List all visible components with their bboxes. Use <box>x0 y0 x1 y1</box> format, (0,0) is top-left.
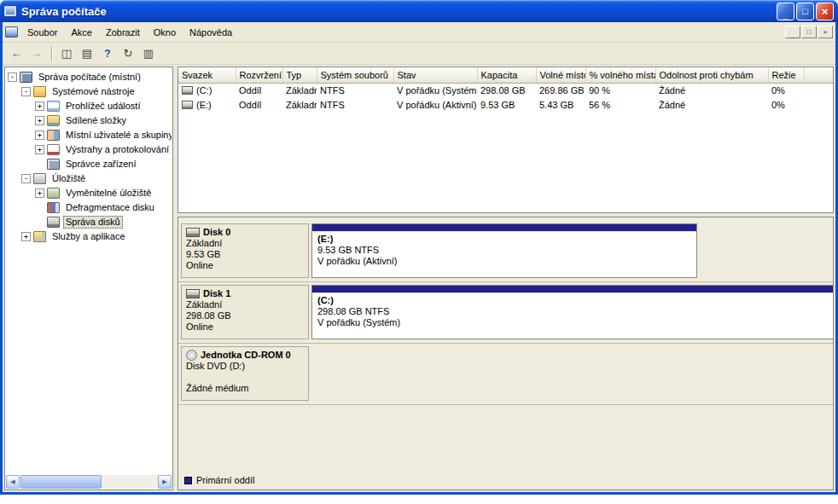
menu-bar: Soubor Akce Zobrazit Okno Nápověda _ □ × <box>3 22 835 43</box>
tree-expander-icon[interactable]: + <box>35 145 44 154</box>
tree-expander-icon[interactable]: + <box>35 188 44 198</box>
volume-type: Základní <box>282 97 317 112</box>
export-list-button[interactable]: ▥ <box>138 44 159 63</box>
help-button[interactable]: ? <box>97 44 118 63</box>
mdi-close-button[interactable]: × <box>818 26 833 38</box>
column-header[interactable]: Kapacita <box>477 67 536 83</box>
tree-item[interactable]: Správa disků <box>6 215 172 229</box>
tree-item-icon <box>47 217 60 228</box>
tree-item-label: Prohlížeč událostí <box>63 100 143 113</box>
column-header[interactable]: Stav <box>393 67 477 83</box>
disk-kind: Disk DVD (D:) <box>186 361 304 372</box>
disk-kind: Základní <box>186 299 304 310</box>
column-header[interactable]: Rozvržení <box>236 67 282 83</box>
legend-label: Primární oddíl <box>196 475 254 485</box>
disk-row: Jednotka CD-ROM 0 Disk DVD (D:) Žádné mé… <box>178 344 833 405</box>
volume-overhead: 0% <box>768 97 804 112</box>
scrollbar-thumb[interactable] <box>20 475 102 489</box>
column-header[interactable]: % volného místa <box>585 67 655 83</box>
title-bar[interactable]: Správa počítače _ □ × <box>0 0 838 22</box>
window-title: Správa počítače <box>21 5 775 18</box>
console-tree-panel: -Správa počítače (místní) -Systémové nás… <box>4 67 173 490</box>
column-header[interactable]: Volné místo <box>536 67 585 83</box>
tree-expander-icon[interactable] <box>35 159 44 169</box>
mdi-minimize-button[interactable]: _ <box>785 26 800 38</box>
disk-kind: Základní <box>186 238 304 249</box>
menu-item[interactable]: Nápověda <box>183 24 239 41</box>
tree-item-icon <box>47 101 60 112</box>
tree-item[interactable]: +Prohlížeč událostí <box>6 99 172 113</box>
tree-item[interactable]: Správce zařízení <box>6 157 172 171</box>
volume-free-percent: 90 % <box>585 83 655 97</box>
disk-info-panel[interactable]: Disk 0 Základní 9.53 GB Online <box>181 223 309 278</box>
tree-item[interactable]: Defragmentace disku <box>6 200 172 215</box>
forward-button[interactable]: → <box>26 44 47 63</box>
partition-status: V pořádku (Aktivní) <box>317 256 691 267</box>
tree-item[interactable]: +Služby a aplikace <box>6 229 172 244</box>
tree-item[interactable]: -Systémové nástroje <box>6 84 172 99</box>
tree-item[interactable]: +Vyměnitelné úložiště <box>6 186 172 200</box>
volume-status: V pořádku (Systém) <box>393 83 477 97</box>
tree-item-label: Vyměnitelné úložiště <box>63 187 154 200</box>
volume-layout: Oddíl <box>236 97 282 112</box>
tree-item-label: Výstrahy a protokolování výk <box>63 143 172 156</box>
column-header[interactable]: Svazek <box>178 67 236 83</box>
tree-expander-icon[interactable]: + <box>35 101 44 111</box>
tree-item-icon <box>33 86 46 97</box>
column-header[interactable]: Typ <box>282 67 317 83</box>
partition-label: (C:) <box>317 295 828 306</box>
mdi-restore-button[interactable]: □ <box>801 26 817 38</box>
tree-item[interactable]: +Sdílené složky <box>6 113 172 128</box>
partition-size: 9.53 GB NTFS <box>317 245 691 256</box>
back-button[interactable]: ← <box>6 44 26 63</box>
maximize-button[interactable]: □ <box>796 3 814 20</box>
disk-info-panel[interactable]: Disk 1 Základní 298.08 GB Online <box>181 285 309 339</box>
column-header[interactable]: Odolnost proti chybám <box>655 67 768 83</box>
scroll-right-button[interactable]: ▶ <box>158 475 172 489</box>
partition-status: V pořádku (Systém) <box>317 317 828 328</box>
volume-row[interactable]: (E:) Oddíl Základní NTFS V pořádku (Akti… <box>178 97 833 112</box>
tree-expander-icon[interactable] <box>35 203 44 212</box>
tree-expander-icon[interactable]: - <box>21 174 31 183</box>
disk-status: Online <box>186 260 304 271</box>
minimize-button[interactable]: _ <box>777 3 794 20</box>
volume-free-percent: 56 % <box>585 97 655 112</box>
tree-expander-icon[interactable]: - <box>21 87 31 96</box>
properties-button[interactable]: ▤ <box>77 44 97 63</box>
tree-expander-icon[interactable]: + <box>21 232 31 241</box>
console-icon <box>5 26 18 38</box>
tree-item-icon <box>47 144 60 155</box>
tree-expander-icon[interactable]: + <box>35 116 44 125</box>
menu-item[interactable]: Okno <box>147 24 183 41</box>
scroll-left-button[interactable]: ◀ <box>6 475 20 489</box>
tree-item[interactable]: +Výstrahy a protokolování výk <box>6 142 172 157</box>
scrollbar-track[interactable] <box>20 475 158 489</box>
menu-item[interactable]: Zobrazit <box>99 24 147 41</box>
menu-item[interactable]: Soubor <box>20 24 64 41</box>
column-header[interactable]: Režie <box>768 67 804 83</box>
disk-capacity <box>186 372 304 383</box>
partition-box[interactable]: (C:) 298.08 GB NTFS V pořádku (Systém) <box>311 285 834 339</box>
tree-item[interactable]: -Úložiště <box>6 171 172 186</box>
window-icon <box>3 5 17 17</box>
partition-color-band <box>312 286 833 293</box>
menu-item[interactable]: Akce <box>64 24 98 41</box>
disk-rows: Disk 0 Základní 9.53 GB Online (E:) <box>178 217 833 405</box>
tree-expander-icon[interactable] <box>35 217 44 227</box>
refresh-button[interactable]: ↻ <box>118 44 138 63</box>
partition-box[interactable]: (E:) 9.53 GB NTFS V pořádku (Aktivní) <box>311 223 697 278</box>
close-button[interactable]: × <box>816 3 834 20</box>
tree-item[interactable]: +Místní uživatelé a skupiny <box>6 128 172 142</box>
tree-item[interactable]: -Správa počítače (místní) <box>6 70 172 84</box>
column-header[interactable]: Systém souborů <box>317 67 393 83</box>
tree-expander-icon[interactable]: - <box>8 72 17 82</box>
tree-item-label: Defragmentace disku <box>63 201 157 214</box>
column-header-filler <box>804 67 833 83</box>
volume-row[interactable]: (C:) Oddíl Základní NTFS V pořádku (Syst… <box>178 83 833 97</box>
show-console-tree-button[interactable]: ◫ <box>56 44 77 63</box>
tree-expander-icon[interactable]: + <box>35 130 44 140</box>
disk-info-panel[interactable]: Jednotka CD-ROM 0 Disk DVD (D:) Žádné mé… <box>181 346 309 401</box>
volume-icon <box>182 86 193 95</box>
console-tree: -Správa počítače (místní) -Systémové nás… <box>6 68 172 475</box>
disk-graphical-pane: Disk 0 Základní 9.53 GB Online (E:) <box>177 217 834 490</box>
